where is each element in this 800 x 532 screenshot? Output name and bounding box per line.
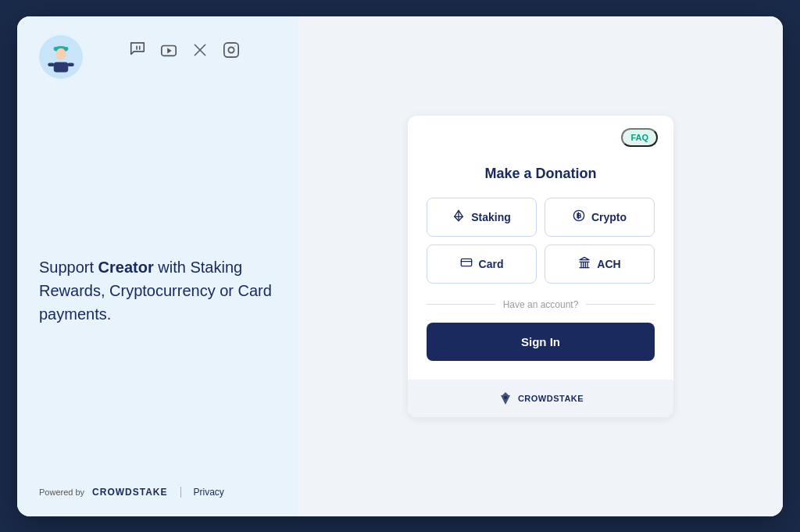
instagram-icon[interactable] (221, 40, 241, 60)
svg-point-13 (235, 45, 236, 46)
footer-logo: CROWDSTAKE (498, 391, 584, 406)
main-window: Support Creator with Staking Rewards, Cr… (17, 16, 783, 516)
svg-point-12 (228, 47, 234, 52)
left-panel: Support Creator with Staking Rewards, Cr… (17, 16, 298, 516)
payment-grid: Staking Crypto (427, 198, 655, 284)
card-button[interactable]: Card (427, 245, 537, 284)
twitch-icon[interactable] (127, 40, 148, 60)
svg-rect-6 (67, 62, 73, 66)
x-icon[interactable] (190, 40, 210, 60)
card-header: FAQ (408, 116, 673, 147)
social-icons (92, 40, 277, 60)
right-panel: FAQ Make a Donation Staking (298, 16, 783, 516)
tagline-bold: Creator (98, 259, 154, 276)
privacy-link[interactable]: Privacy (194, 487, 224, 498)
separator-row: Have an account? (427, 299, 655, 310)
donation-card: FAQ Make a Donation Staking (408, 116, 673, 417)
sign-in-button[interactable]: Sign In (427, 323, 655, 361)
left-footer: Powered by CROWDSTAKE Privacy (39, 487, 277, 498)
brand-name: CROWDSTAKE (92, 487, 167, 498)
svg-rect-5 (48, 62, 54, 66)
svg-rect-11 (224, 42, 238, 56)
svg-point-3 (56, 48, 66, 59)
svg-marker-10 (167, 48, 172, 53)
powered-by-text: Powered by (39, 487, 84, 497)
svg-marker-21 (580, 257, 589, 259)
left-top (39, 35, 277, 79)
avatar (39, 35, 83, 79)
card-footer: CROWDSTAKE (408, 380, 673, 417)
left-content: Support Creator with Staking Rewards, Cr… (39, 79, 277, 487)
tagline: Support Creator with Staking Rewards, Cr… (39, 255, 277, 326)
card-label: Card (479, 258, 504, 270)
svg-rect-4 (54, 62, 69, 72)
tagline-prefix: Support (39, 259, 98, 276)
faq-button[interactable]: FAQ (621, 128, 658, 147)
svg-point-26 (504, 396, 507, 399)
bank-icon (578, 256, 591, 272)
card-title: Make a Donation (427, 166, 655, 182)
crypto-button[interactable]: Crypto (545, 198, 655, 237)
crypto-label: Crypto (591, 211, 627, 223)
card-icon (460, 256, 473, 272)
card-body: Make a Donation Staking (408, 147, 673, 380)
footer-divider (180, 487, 181, 498)
youtube-icon[interactable] (159, 40, 179, 60)
btc-icon (573, 209, 585, 225)
ach-button[interactable]: ACH (545, 245, 655, 284)
separator-text: Have an account? (503, 299, 579, 310)
staking-label: Staking (471, 211, 511, 223)
sep-line-left (427, 304, 495, 305)
ach-label: ACH (597, 258, 620, 270)
sep-line-right (586, 304, 655, 305)
footer-brand-text: CROWDSTAKE (518, 394, 584, 403)
eth-icon (452, 209, 465, 225)
svg-rect-17 (461, 259, 471, 266)
staking-button[interactable]: Staking (427, 198, 537, 237)
